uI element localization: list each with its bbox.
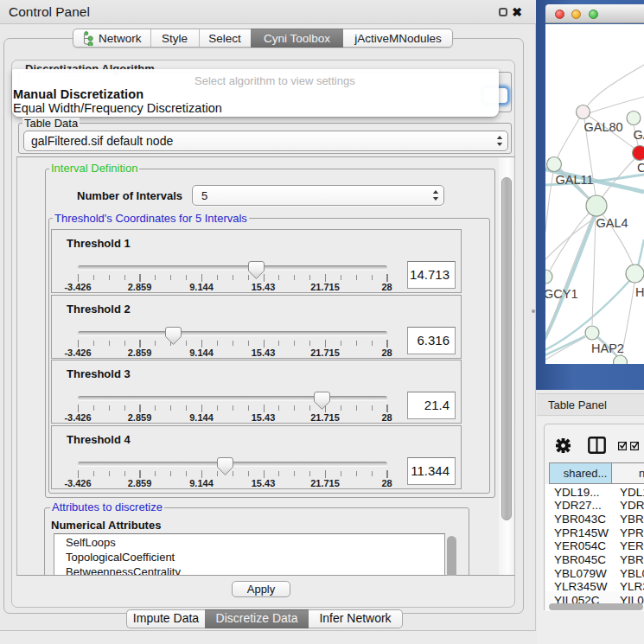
svg-text:HI: HI — [635, 285, 644, 299]
svg-text:GAL80: GAL80 — [584, 120, 623, 134]
svg-text:HAP2: HAP2 — [591, 341, 624, 355]
svg-text:GCY1: GCY1 — [545, 287, 578, 301]
svg-text:GAL4: GAL4 — [596, 216, 628, 230]
svg-text:C: C — [637, 161, 644, 175]
svg-text:GAL11: GAL11 — [556, 173, 594, 187]
svg-text:GA: GA — [634, 128, 644, 142]
